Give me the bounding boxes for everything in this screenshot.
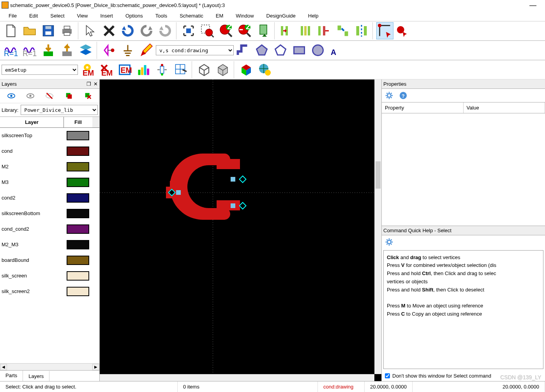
layer-del-icon[interactable] <box>83 91 93 101</box>
layer-row[interactable]: silkscreenBottom <box>0 206 99 221</box>
polyline-icon[interactable] <box>272 42 289 59</box>
polygon-icon[interactable] <box>253 42 270 59</box>
menu-help[interactable]: Help <box>302 11 325 20</box>
layer-swatch[interactable] <box>67 271 89 281</box>
em-delete-icon[interactable]: EM <box>97 61 115 78</box>
canvas-hscroll[interactable] <box>100 374 374 381</box>
layer-swatch[interactable] <box>67 193 89 203</box>
em-gear-icon[interactable]: EM <box>79 61 96 78</box>
undock-icon[interactable]: ❐ <box>86 81 91 87</box>
close-icon[interactable]: ✕ <box>93 81 98 87</box>
undo-icon[interactable] <box>119 22 136 39</box>
undo-stack-icon[interactable] <box>157 22 174 39</box>
layer-swatch[interactable] <box>67 209 89 218</box>
layer-add-icon[interactable] <box>64 91 74 101</box>
help-icon[interactable]: ? <box>399 91 407 100</box>
layer-swatch[interactable] <box>67 240 89 249</box>
open-icon[interactable] <box>21 22 38 39</box>
port-icon[interactable] <box>101 42 118 59</box>
cube-wire-icon[interactable] <box>196 61 213 78</box>
circle-icon[interactable] <box>309 42 326 59</box>
cube-color-icon[interactable] <box>238 61 255 78</box>
redo-icon[interactable] <box>138 22 155 39</box>
world-gear-icon[interactable] <box>256 61 273 78</box>
pointer-icon[interactable] <box>82 22 99 39</box>
layer-row[interactable]: cond_cond2 <box>0 221 99 237</box>
canvas-vscroll[interactable] <box>374 79 381 374</box>
dont-show-checkbox[interactable] <box>385 373 390 378</box>
text-icon[interactable]: A <box>328 42 345 59</box>
import-icon[interactable] <box>40 42 57 59</box>
layer-swatch[interactable] <box>67 224 89 234</box>
trace-icon[interactable] <box>235 42 252 59</box>
vertex-mode-icon[interactable] <box>376 22 393 39</box>
em-box-icon[interactable]: EM <box>116 61 133 78</box>
menu-options[interactable]: Options <box>119 11 149 20</box>
layer-row[interactable]: boardBound <box>0 253 99 268</box>
tab-layers[interactable]: Layers <box>23 371 49 381</box>
menu-insert[interactable]: Insert <box>94 11 119 20</box>
layer-row[interactable]: silk_screen <box>0 268 99 284</box>
eye-all-icon[interactable] <box>7 91 16 101</box>
layer-row[interactable]: cond <box>0 143 99 159</box>
pencil-icon[interactable] <box>138 42 155 59</box>
em-setup-dropdown[interactable]: emSetup <box>2 65 78 75</box>
layer-swatch[interactable] <box>67 287 89 296</box>
mirror-icon[interactable] <box>353 22 370 39</box>
zoom-fit-icon[interactable] <box>180 22 197 39</box>
distribute-icon[interactable] <box>334 22 351 39</box>
menu-view[interactable]: View <box>71 11 94 20</box>
layer-row[interactable]: silkscreenTop <box>0 128 99 143</box>
element-mode-icon2[interactable] <box>395 22 408 39</box>
layer-row[interactable]: silk_screen2 <box>0 284 99 299</box>
export-icon[interactable] <box>58 42 76 59</box>
waveform2-icon[interactable]: R=17 <box>21 42 38 59</box>
layer-row[interactable]: M3 <box>0 175 99 190</box>
layer-swatch[interactable] <box>67 131 89 140</box>
zoom-area-icon[interactable] <box>199 22 216 39</box>
menu-designguide[interactable]: DesignGuide <box>260 11 302 20</box>
menu-edit[interactable]: Edit <box>23 11 44 20</box>
tab-parts[interactable]: Parts <box>0 371 23 381</box>
layer-row[interactable]: cond2 <box>0 190 99 206</box>
gear-icon-2[interactable] <box>385 238 393 246</box>
print-icon[interactable] <box>58 22 76 39</box>
layers3d-icon[interactable] <box>77 42 94 59</box>
zoom-in-icon[interactable]: 2 <box>217 22 235 39</box>
bars-icon[interactable] <box>135 61 152 78</box>
layout-canvas[interactable] <box>100 79 381 381</box>
waveform-icon[interactable]: R=17 <box>2 42 19 59</box>
align-center-icon[interactable] <box>297 22 314 39</box>
zoom-select-icon[interactable] <box>255 22 272 39</box>
zoom-out-icon[interactable]: 2 <box>236 22 253 39</box>
menu-em[interactable]: EM <box>210 11 230 20</box>
delete-icon[interactable] <box>101 22 118 39</box>
layer-swatch[interactable] <box>67 162 89 171</box>
layer-swatch[interactable] <box>67 256 89 265</box>
library-select[interactable]: Power_Divice_lib <box>21 105 98 115</box>
eye-off-icon[interactable] <box>45 91 54 101</box>
menu-tools[interactable]: Tools <box>149 11 173 20</box>
layer-swatch[interactable] <box>67 147 89 156</box>
rectangle-icon[interactable] <box>291 42 308 59</box>
grid-icon[interactable] <box>172 61 189 78</box>
save-icon[interactable] <box>40 22 57 39</box>
new-icon[interactable] <box>2 22 19 39</box>
layer-swatch[interactable] <box>67 178 89 187</box>
menu-window[interactable]: Window <box>229 11 260 20</box>
gear-icon[interactable] <box>385 91 393 100</box>
eye-sel-icon[interactable] <box>26 91 35 101</box>
menu-select[interactable]: Select <box>44 11 71 20</box>
menu-schematic[interactable]: Schematic <box>173 11 210 20</box>
layer-dropdown[interactable]: v,s cond:drawing <box>156 45 234 55</box>
menu-file[interactable]: File <box>2 11 23 20</box>
align-right-icon[interactable] <box>316 22 333 39</box>
layer-row[interactable]: M2 <box>0 159 99 175</box>
resistor-icon[interactable] <box>153 61 171 78</box>
layer-row[interactable]: M2_M3 <box>0 237 99 253</box>
cube-solid-icon[interactable] <box>214 61 231 78</box>
layers-hscroll[interactable]: ◀▶ <box>0 363 99 370</box>
minimize-button[interactable]: — <box>522 1 543 9</box>
ground-icon[interactable] <box>119 42 136 59</box>
align-left-icon[interactable] <box>278 22 295 39</box>
